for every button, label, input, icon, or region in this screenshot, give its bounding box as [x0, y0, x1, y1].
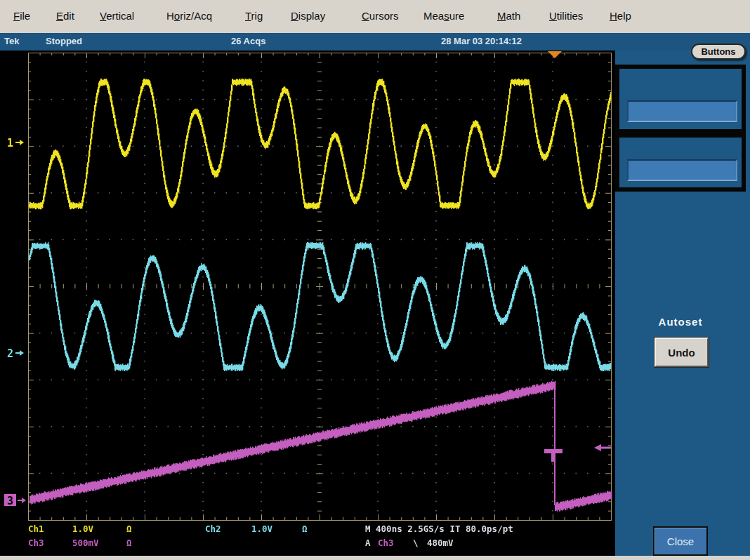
trigger-level-readout: 480mV	[427, 538, 454, 548]
ch3-coupling-icon: Ω	[126, 538, 132, 548]
buttons-button[interactable]: Buttons	[691, 44, 746, 60]
datetime-label: 28 Mar 03 20:14:12	[441, 36, 522, 46]
ch2-readout-scale: 1.0V	[251, 524, 272, 534]
acquisition-state: Stopped	[46, 36, 82, 46]
side-panel: Autoset Undo Close	[615, 51, 750, 560]
undo-button[interactable]: Undo	[654, 338, 709, 367]
menu-item-vertical[interactable]: Vertical	[100, 10, 134, 22]
trigger-mode-readout: A	[365, 538, 371, 548]
acquisition-count: 26 Acqs	[231, 36, 265, 46]
oscilloscope-screen: FileEditVerticalHoriz/AcqTrigDisplayCurs…	[0, 0, 750, 560]
readout-panel-2	[615, 133, 746, 192]
readout-field-1[interactable]	[627, 100, 737, 122]
menu-item-measure[interactable]: Measure	[423, 10, 464, 22]
readout-panel-1	[615, 65, 746, 133]
autoset-label: Autoset	[615, 316, 746, 328]
menu-item-math[interactable]: Math	[497, 10, 520, 22]
menu-item-cursors[interactable]: Cursors	[362, 10, 399, 22]
ch1-readout-label: Ch1	[28, 524, 44, 534]
trigger-source-readout: Ch3	[378, 538, 394, 548]
ch1-readout-scale: 1.0V	[72, 524, 93, 534]
scope-display: Ch1 1.0V Ω Ch2 1.0V Ω M 400ns 2.5GS/s IT…	[0, 51, 615, 560]
menu-bar: FileEditVerticalHoriz/AcqTrigDisplayCurs…	[0, 0, 750, 34]
close-button[interactable]: Close	[653, 526, 708, 556]
brand-label: Tek	[4, 36, 19, 46]
window-bottom-edge	[0, 556, 750, 560]
ch1-coupling-icon: Ω	[126, 524, 132, 534]
menu-item-edit[interactable]: Edit	[56, 10, 74, 22]
menu-item-file[interactable]: File	[13, 10, 30, 22]
ch2-readout-label: Ch2	[205, 524, 221, 534]
menu-item-display[interactable]: Display	[291, 10, 325, 22]
waveform-display	[0, 51, 615, 560]
menu-item-help[interactable]: Help	[610, 10, 631, 22]
menu-item-horizacq[interactable]: Horiz/Acq	[166, 10, 212, 22]
timebase-readout: M 400ns 2.5GS/s IT 80.0ps/pt	[365, 524, 513, 534]
status-bar: Tek Stopped 26 Acqs 28 Mar 03 20:14:12	[0, 33, 750, 51]
ch3-readout-scale: 500mV	[72, 538, 99, 548]
menu-item-utilities[interactable]: Utilities	[549, 10, 583, 22]
menu-item-trig[interactable]: Trig	[245, 10, 263, 22]
ch3-readout-label: Ch3	[28, 538, 44, 548]
trigger-slope-icon: \	[413, 538, 419, 548]
ch2-coupling-icon: Ω	[302, 524, 308, 534]
readout-field-2[interactable]	[627, 159, 737, 181]
